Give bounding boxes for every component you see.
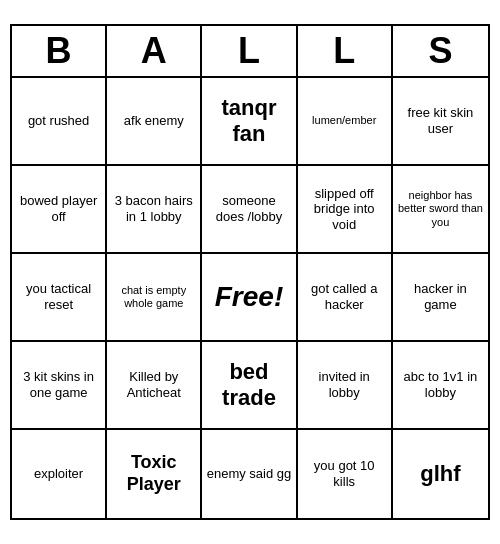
- cell-text: chat is empty whole game: [111, 284, 196, 310]
- bingo-cell-7: someone does /lobby: [202, 166, 297, 254]
- bingo-cell-14: hacker in game: [393, 254, 488, 342]
- bingo-cell-2: tanqr fan: [202, 78, 297, 166]
- cell-text: bed trade: [206, 359, 291, 412]
- header-letter: L: [298, 26, 393, 76]
- bingo-cell-1: afk enemy: [107, 78, 202, 166]
- cell-text: hacker in game: [397, 281, 484, 312]
- bingo-cell-21: Toxic Player: [107, 430, 202, 518]
- cell-text: lumen/ember: [312, 114, 376, 127]
- bingo-cell-4: free kit skin user: [393, 78, 488, 166]
- bingo-header: BALLS: [12, 26, 488, 78]
- bingo-cell-16: Killed by Anticheat: [107, 342, 202, 430]
- cell-text: tanqr fan: [206, 95, 291, 148]
- bingo-cell-0: got rushed: [12, 78, 107, 166]
- bingo-cell-6: 3 bacon hairs in 1 lobby: [107, 166, 202, 254]
- bingo-cell-18: invited in lobby: [298, 342, 393, 430]
- bingo-cell-13: got called a hacker: [298, 254, 393, 342]
- cell-text: free kit skin user: [397, 105, 484, 136]
- cell-text: afk enemy: [124, 113, 184, 129]
- cell-text: neighbor has better sword than you: [397, 189, 484, 229]
- cell-text: Killed by Anticheat: [111, 369, 196, 400]
- bingo-cell-10: you tactical reset: [12, 254, 107, 342]
- bingo-cell-23: you got 10 kills: [298, 430, 393, 518]
- cell-text: you tactical reset: [16, 281, 101, 312]
- header-letter: S: [393, 26, 488, 76]
- cell-text: invited in lobby: [302, 369, 387, 400]
- bingo-cell-11: chat is empty whole game: [107, 254, 202, 342]
- cell-text: got called a hacker: [302, 281, 387, 312]
- bingo-cell-12: Free!: [202, 254, 297, 342]
- bingo-grid: got rushedafk enemytanqr fanlumen/emberf…: [12, 78, 488, 518]
- bingo-cell-22: enemy said gg: [202, 430, 297, 518]
- cell-text: Toxic Player: [111, 452, 196, 495]
- bingo-cell-8: slipped off bridge into void: [298, 166, 393, 254]
- cell-text: slipped off bridge into void: [302, 186, 387, 233]
- bingo-cell-9: neighbor has better sword than you: [393, 166, 488, 254]
- cell-text: someone does /lobby: [206, 193, 291, 224]
- cell-text: got rushed: [28, 113, 89, 129]
- bingo-cell-20: exploiter: [12, 430, 107, 518]
- cell-text: glhf: [420, 461, 460, 487]
- cell-text: Free!: [215, 280, 283, 314]
- bingo-cell-5: bowed player off: [12, 166, 107, 254]
- cell-text: enemy said gg: [207, 466, 292, 482]
- cell-text: 3 kit skins in one game: [16, 369, 101, 400]
- bingo-cell-15: 3 kit skins in one game: [12, 342, 107, 430]
- cell-text: bowed player off: [16, 193, 101, 224]
- cell-text: abc to 1v1 in lobby: [397, 369, 484, 400]
- header-letter: A: [107, 26, 202, 76]
- cell-text: 3 bacon hairs in 1 lobby: [111, 193, 196, 224]
- bingo-cell-3: lumen/ember: [298, 78, 393, 166]
- bingo-card: BALLS got rushedafk enemytanqr fanlumen/…: [10, 24, 490, 520]
- bingo-cell-24: glhf: [393, 430, 488, 518]
- cell-text: exploiter: [34, 466, 83, 482]
- header-letter: L: [202, 26, 297, 76]
- header-letter: B: [12, 26, 107, 76]
- bingo-cell-19: abc to 1v1 in lobby: [393, 342, 488, 430]
- cell-text: you got 10 kills: [302, 458, 387, 489]
- bingo-cell-17: bed trade: [202, 342, 297, 430]
